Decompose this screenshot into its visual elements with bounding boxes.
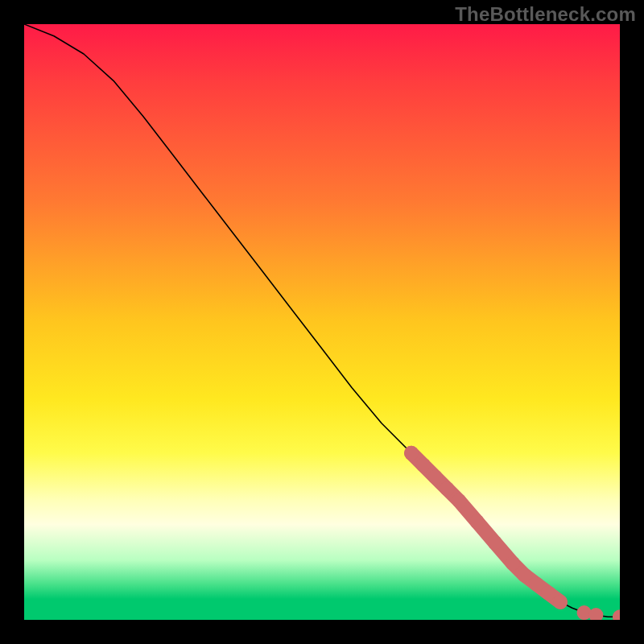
highlight-marker bbox=[541, 586, 555, 601]
highlight-markers-group bbox=[404, 446, 620, 620]
highlight-marker bbox=[518, 568, 532, 583]
highlight-marker bbox=[452, 493, 466, 508]
highlight-marker bbox=[488, 535, 502, 550]
highlight-marker bbox=[404, 446, 419, 460]
chart-svg bbox=[24, 24, 620, 620]
highlight-marker bbox=[613, 609, 620, 620]
highlight-marker bbox=[588, 608, 603, 620]
highlight-marker bbox=[469, 514, 484, 529]
bottleneck-curve bbox=[24, 24, 620, 617]
highlight-marker bbox=[506, 556, 520, 571]
highlight-marker bbox=[553, 595, 568, 609]
highlight-marker bbox=[529, 577, 543, 592]
highlight-marker bbox=[428, 469, 443, 484]
chart-frame: TheBottleneck.com bbox=[0, 0, 644, 644]
watermark-text: TheBottleneck.com bbox=[455, 3, 636, 26]
highlight-marker bbox=[577, 605, 592, 620]
highlight-marker bbox=[440, 481, 454, 496]
plot-area bbox=[24, 24, 620, 620]
highlight-marker bbox=[416, 458, 431, 473]
